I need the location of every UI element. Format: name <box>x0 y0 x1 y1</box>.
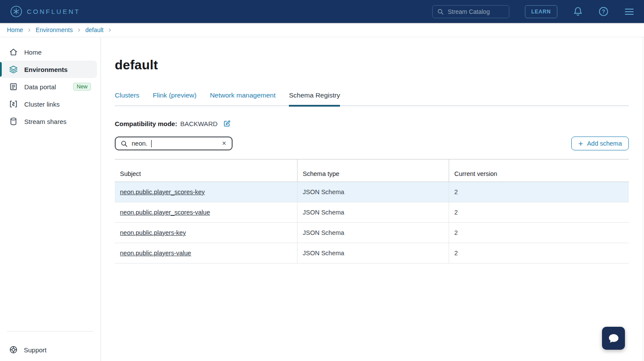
search-icon <box>437 8 444 15</box>
confluent-brand[interactable]: CONFLUENT <box>10 6 80 17</box>
column-header-schema-type: Schema type <box>298 159 449 182</box>
breadcrumb: Home Environments default <box>0 23 644 37</box>
scrollbar-track <box>643 37 643 361</box>
database-icon <box>9 117 18 126</box>
page-title: default <box>115 58 629 72</box>
compatibility-mode-row: Compatibility mode: BACKWARD <box>115 120 629 127</box>
column-header-subject: Subject <box>115 159 298 182</box>
add-schema-label: Add schema <box>587 140 622 147</box>
subject-link[interactable]: neon.public.players-key <box>120 229 186 236</box>
current-version-cell: 2 <box>449 182 629 202</box>
breadcrumb-default[interactable]: default <box>85 26 104 33</box>
tab-network-management[interactable]: Network management <box>210 91 276 107</box>
chevron-right-icon <box>107 28 112 33</box>
sidebar-item-label: Cluster links <box>24 101 60 108</box>
document-icon <box>9 82 18 91</box>
schema-type-cell: JSON Schema <box>298 243 449 263</box>
breadcrumb-environments[interactable]: Environments <box>36 26 73 33</box>
table-row[interactable]: neon.public.player_scores-key JSON Schem… <box>115 182 629 202</box>
cluster-links-icon <box>9 100 18 108</box>
tab-schema-registry[interactable]: Schema Registry <box>289 91 340 107</box>
support-label: Support <box>24 346 47 354</box>
chat-widget-button[interactable] <box>602 327 625 350</box>
new-badge: New <box>73 83 91 91</box>
table-row[interactable]: neon.public.player_scores-value JSON Sch… <box>115 202 629 223</box>
sidebar-item-label: Stream shares <box>24 118 67 125</box>
table-row[interactable]: neon.public.players-key JSON Schema 2 <box>115 223 629 243</box>
stream-catalog-search[interactable]: Stream Catalog <box>432 5 509 18</box>
subject-link[interactable]: neon.public.player_scores-value <box>120 209 210 216</box>
hamburger-menu-icon <box>624 7 634 16</box>
search-query-text: neon. <box>132 140 147 147</box>
chevron-right-icon <box>27 28 32 33</box>
sidebar: Home Environments Data portal New <box>0 37 101 361</box>
current-version-cell: 2 <box>449 243 629 263</box>
help-button[interactable]: ? <box>599 7 608 16</box>
schema-type-cell: JSON Schema <box>298 182 449 202</box>
sidebar-item-label: Home <box>24 49 42 56</box>
add-schema-button[interactable]: + Add schema <box>571 137 629 150</box>
sidebar-item-label: Environments <box>24 66 68 73</box>
sidebar-item-stream-shares[interactable]: Stream shares <box>0 113 97 130</box>
search-icon <box>120 140 128 147</box>
tab-clusters[interactable]: Clusters <box>115 91 139 107</box>
current-version-cell: 2 <box>449 223 629 243</box>
schema-search-input[interactable]: neon. × <box>115 137 233 150</box>
tab-flink-preview[interactable]: Flink (preview) <box>153 91 197 107</box>
plus-icon: + <box>578 140 583 148</box>
column-header-current-version: Current version <box>449 159 629 182</box>
main-menu-button[interactable] <box>624 7 634 16</box>
sidebar-item-data-portal[interactable]: Data portal New <box>0 78 97 95</box>
confluent-logo-icon <box>10 6 22 17</box>
layers-icon <box>9 65 18 74</box>
chevron-right-icon <box>77 28 81 33</box>
schemas-table: Subject Schema type Current version neon… <box>115 159 629 263</box>
sidebar-item-label: Data portal <box>24 83 56 91</box>
table-row[interactable]: neon.public.players-value JSON Schema 2 <box>115 243 629 263</box>
subject-link[interactable]: neon.public.players-value <box>120 250 191 257</box>
notifications-button[interactable] <box>573 7 583 16</box>
help-icon: ? <box>599 7 608 16</box>
main-content: default Clusters Flink (preview) Network… <box>101 37 644 361</box>
chat-bubble-icon <box>607 332 620 345</box>
edit-compatibility-button[interactable] <box>223 120 231 127</box>
clear-search-button[interactable]: × <box>221 140 227 147</box>
schema-type-cell: JSON Schema <box>298 223 449 243</box>
breadcrumb-home[interactable]: Home <box>7 26 23 33</box>
bell-icon <box>573 7 583 16</box>
table-header-row: Subject Schema type Current version <box>115 159 629 182</box>
tab-bar: Clusters Flink (preview) Network managem… <box>115 91 629 106</box>
home-icon <box>9 48 18 56</box>
learn-button[interactable]: LEARN <box>525 5 557 18</box>
schema-type-cell: JSON Schema <box>298 202 449 222</box>
schema-toolbar: neon. × + Add schema <box>115 137 629 150</box>
sidebar-divider <box>7 331 94 332</box>
compatibility-mode-label: Compatibility mode: <box>115 120 177 127</box>
sidebar-item-cluster-links[interactable]: Cluster links <box>0 95 97 113</box>
stream-catalog-placeholder: Stream Catalog <box>448 8 490 15</box>
subject-link[interactable]: neon.public.player_scores-key <box>120 189 205 195</box>
edit-icon <box>223 120 231 127</box>
current-version-cell: 2 <box>449 202 629 222</box>
sidebar-item-home[interactable]: Home <box>0 43 97 61</box>
support-icon <box>9 345 18 354</box>
compatibility-mode-value: BACKWARD <box>180 120 217 127</box>
top-navbar: CONFLUENT Stream Catalog LEARN <box>0 0 644 23</box>
sidebar-item-environments[interactable]: Environments <box>0 61 97 78</box>
svg-text:?: ? <box>602 9 605 15</box>
sidebar-item-support[interactable]: Support <box>0 339 100 360</box>
text-cursor <box>151 140 152 147</box>
brand-name: CONFLUENT <box>27 8 80 15</box>
